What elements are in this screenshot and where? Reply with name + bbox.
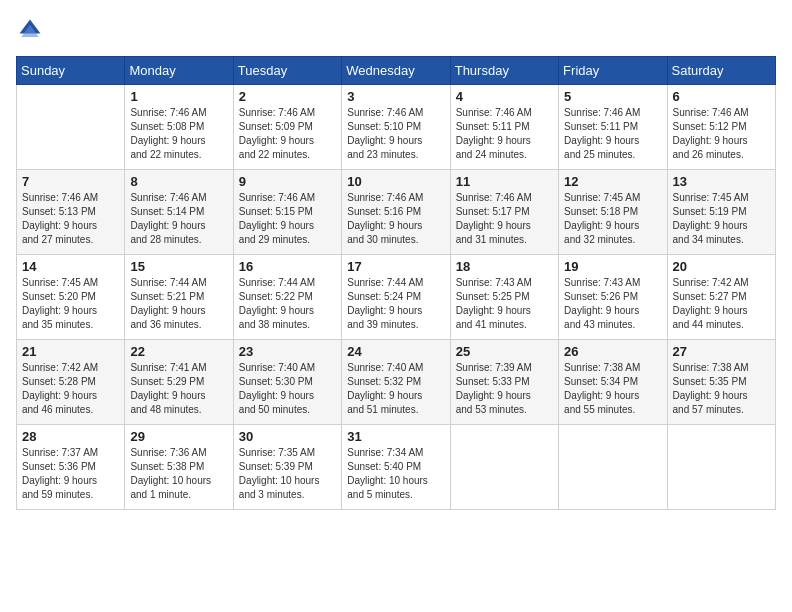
day-info: Sunrise: 7:45 AMSunset: 5:20 PMDaylight:… [22, 276, 119, 332]
day-info: Sunrise: 7:39 AMSunset: 5:33 PMDaylight:… [456, 361, 553, 417]
day-number: 11 [456, 174, 553, 189]
calendar-day-cell: 1Sunrise: 7:46 AMSunset: 5:08 PMDaylight… [125, 85, 233, 170]
calendar-week-row: 1Sunrise: 7:46 AMSunset: 5:08 PMDaylight… [17, 85, 776, 170]
calendar-day-header: Thursday [450, 57, 558, 85]
calendar-day-cell: 15Sunrise: 7:44 AMSunset: 5:21 PMDayligh… [125, 255, 233, 340]
day-number: 9 [239, 174, 336, 189]
day-number: 17 [347, 259, 444, 274]
calendar-day-cell: 13Sunrise: 7:45 AMSunset: 5:19 PMDayligh… [667, 170, 775, 255]
day-info: Sunrise: 7:35 AMSunset: 5:39 PMDaylight:… [239, 446, 336, 502]
day-number: 3 [347, 89, 444, 104]
day-info: Sunrise: 7:46 AMSunset: 5:08 PMDaylight:… [130, 106, 227, 162]
day-number: 4 [456, 89, 553, 104]
calendar-day-cell: 22Sunrise: 7:41 AMSunset: 5:29 PMDayligh… [125, 340, 233, 425]
calendar-day-cell: 20Sunrise: 7:42 AMSunset: 5:27 PMDayligh… [667, 255, 775, 340]
day-info: Sunrise: 7:36 AMSunset: 5:38 PMDaylight:… [130, 446, 227, 502]
day-number: 23 [239, 344, 336, 359]
calendar-day-cell: 16Sunrise: 7:44 AMSunset: 5:22 PMDayligh… [233, 255, 341, 340]
day-number: 15 [130, 259, 227, 274]
calendar-week-row: 21Sunrise: 7:42 AMSunset: 5:28 PMDayligh… [17, 340, 776, 425]
day-number: 21 [22, 344, 119, 359]
calendar-day-cell: 7Sunrise: 7:46 AMSunset: 5:13 PMDaylight… [17, 170, 125, 255]
calendar-day-header: Monday [125, 57, 233, 85]
day-info: Sunrise: 7:46 AMSunset: 5:10 PMDaylight:… [347, 106, 444, 162]
calendar-day-header: Saturday [667, 57, 775, 85]
calendar-day-cell: 31Sunrise: 7:34 AMSunset: 5:40 PMDayligh… [342, 425, 450, 510]
calendar-day-cell: 3Sunrise: 7:46 AMSunset: 5:10 PMDaylight… [342, 85, 450, 170]
day-info: Sunrise: 7:42 AMSunset: 5:27 PMDaylight:… [673, 276, 770, 332]
day-number: 13 [673, 174, 770, 189]
calendar-day-cell: 4Sunrise: 7:46 AMSunset: 5:11 PMDaylight… [450, 85, 558, 170]
calendar-day-cell: 2Sunrise: 7:46 AMSunset: 5:09 PMDaylight… [233, 85, 341, 170]
day-number: 2 [239, 89, 336, 104]
calendar-day-cell: 23Sunrise: 7:40 AMSunset: 5:30 PMDayligh… [233, 340, 341, 425]
day-number: 1 [130, 89, 227, 104]
day-info: Sunrise: 7:46 AMSunset: 5:14 PMDaylight:… [130, 191, 227, 247]
calendar-day-header: Friday [559, 57, 667, 85]
day-number: 8 [130, 174, 227, 189]
day-number: 24 [347, 344, 444, 359]
day-number: 22 [130, 344, 227, 359]
day-info: Sunrise: 7:38 AMSunset: 5:34 PMDaylight:… [564, 361, 661, 417]
calendar-day-cell: 8Sunrise: 7:46 AMSunset: 5:14 PMDaylight… [125, 170, 233, 255]
calendar-day-cell: 17Sunrise: 7:44 AMSunset: 5:24 PMDayligh… [342, 255, 450, 340]
day-info: Sunrise: 7:46 AMSunset: 5:09 PMDaylight:… [239, 106, 336, 162]
day-info: Sunrise: 7:42 AMSunset: 5:28 PMDaylight:… [22, 361, 119, 417]
day-info: Sunrise: 7:44 AMSunset: 5:21 PMDaylight:… [130, 276, 227, 332]
day-number: 29 [130, 429, 227, 444]
day-number: 30 [239, 429, 336, 444]
day-info: Sunrise: 7:44 AMSunset: 5:24 PMDaylight:… [347, 276, 444, 332]
calendar-day-cell [17, 85, 125, 170]
calendar-header-row: SundayMondayTuesdayWednesdayThursdayFrid… [17, 57, 776, 85]
day-info: Sunrise: 7:46 AMSunset: 5:13 PMDaylight:… [22, 191, 119, 247]
day-info: Sunrise: 7:38 AMSunset: 5:35 PMDaylight:… [673, 361, 770, 417]
logo-icon [16, 16, 44, 44]
calendar-day-cell: 18Sunrise: 7:43 AMSunset: 5:25 PMDayligh… [450, 255, 558, 340]
day-number: 25 [456, 344, 553, 359]
page-header [16, 16, 776, 44]
calendar-day-cell: 5Sunrise: 7:46 AMSunset: 5:11 PMDaylight… [559, 85, 667, 170]
logo [16, 16, 48, 44]
calendar-table: SundayMondayTuesdayWednesdayThursdayFrid… [16, 56, 776, 510]
day-number: 26 [564, 344, 661, 359]
day-number: 28 [22, 429, 119, 444]
day-number: 18 [456, 259, 553, 274]
day-number: 31 [347, 429, 444, 444]
day-info: Sunrise: 7:37 AMSunset: 5:36 PMDaylight:… [22, 446, 119, 502]
calendar-week-row: 14Sunrise: 7:45 AMSunset: 5:20 PMDayligh… [17, 255, 776, 340]
day-number: 19 [564, 259, 661, 274]
day-info: Sunrise: 7:46 AMSunset: 5:17 PMDaylight:… [456, 191, 553, 247]
calendar-day-header: Sunday [17, 57, 125, 85]
calendar-week-row: 7Sunrise: 7:46 AMSunset: 5:13 PMDaylight… [17, 170, 776, 255]
calendar-day-cell: 28Sunrise: 7:37 AMSunset: 5:36 PMDayligh… [17, 425, 125, 510]
calendar-day-header: Tuesday [233, 57, 341, 85]
calendar-day-cell: 6Sunrise: 7:46 AMSunset: 5:12 PMDaylight… [667, 85, 775, 170]
day-info: Sunrise: 7:44 AMSunset: 5:22 PMDaylight:… [239, 276, 336, 332]
day-info: Sunrise: 7:40 AMSunset: 5:32 PMDaylight:… [347, 361, 444, 417]
day-info: Sunrise: 7:40 AMSunset: 5:30 PMDaylight:… [239, 361, 336, 417]
calendar-day-cell [667, 425, 775, 510]
day-number: 27 [673, 344, 770, 359]
day-info: Sunrise: 7:46 AMSunset: 5:15 PMDaylight:… [239, 191, 336, 247]
calendar-day-cell: 27Sunrise: 7:38 AMSunset: 5:35 PMDayligh… [667, 340, 775, 425]
day-info: Sunrise: 7:34 AMSunset: 5:40 PMDaylight:… [347, 446, 444, 502]
calendar-day-cell: 24Sunrise: 7:40 AMSunset: 5:32 PMDayligh… [342, 340, 450, 425]
day-info: Sunrise: 7:41 AMSunset: 5:29 PMDaylight:… [130, 361, 227, 417]
day-info: Sunrise: 7:43 AMSunset: 5:26 PMDaylight:… [564, 276, 661, 332]
calendar-day-cell: 11Sunrise: 7:46 AMSunset: 5:17 PMDayligh… [450, 170, 558, 255]
calendar-day-cell: 25Sunrise: 7:39 AMSunset: 5:33 PMDayligh… [450, 340, 558, 425]
calendar-day-cell: 10Sunrise: 7:46 AMSunset: 5:16 PMDayligh… [342, 170, 450, 255]
calendar-week-row: 28Sunrise: 7:37 AMSunset: 5:36 PMDayligh… [17, 425, 776, 510]
calendar-day-cell: 30Sunrise: 7:35 AMSunset: 5:39 PMDayligh… [233, 425, 341, 510]
calendar-day-cell: 29Sunrise: 7:36 AMSunset: 5:38 PMDayligh… [125, 425, 233, 510]
calendar-day-cell [559, 425, 667, 510]
day-info: Sunrise: 7:45 AMSunset: 5:19 PMDaylight:… [673, 191, 770, 247]
day-info: Sunrise: 7:46 AMSunset: 5:16 PMDaylight:… [347, 191, 444, 247]
calendar-day-cell: 21Sunrise: 7:42 AMSunset: 5:28 PMDayligh… [17, 340, 125, 425]
calendar-day-header: Wednesday [342, 57, 450, 85]
calendar-day-cell: 14Sunrise: 7:45 AMSunset: 5:20 PMDayligh… [17, 255, 125, 340]
day-number: 20 [673, 259, 770, 274]
day-number: 5 [564, 89, 661, 104]
calendar-day-cell: 9Sunrise: 7:46 AMSunset: 5:15 PMDaylight… [233, 170, 341, 255]
day-info: Sunrise: 7:46 AMSunset: 5:12 PMDaylight:… [673, 106, 770, 162]
